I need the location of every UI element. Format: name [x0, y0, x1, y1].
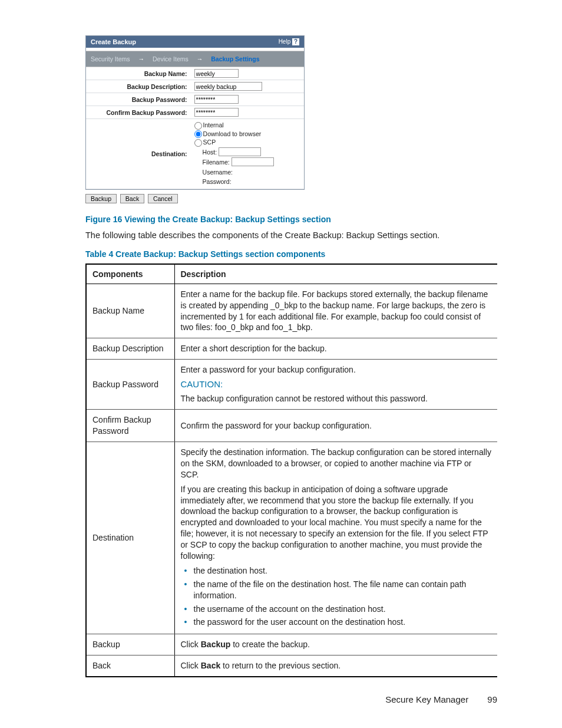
dest-internal-option[interactable]: Internal [194, 121, 300, 130]
page-footer: Secure Key Manager 99 [385, 694, 497, 704]
cell-component: Destination [86, 442, 174, 634]
create-backup-panel: Create Backup Help ? Security Items → De… [85, 35, 305, 190]
button-row: Backup Back Cancel [85, 192, 497, 205]
help-icon: ? [292, 38, 299, 45]
table-row: Backup Name Enter a name for the backup … [86, 284, 497, 338]
wizard-step-backup-settings[interactable]: Backup Settings [211, 55, 259, 62]
table-row: Destination Specify the destination info… [86, 442, 497, 634]
cell-description: Enter a password for your backup configu… [174, 360, 497, 410]
arrow-icon: → [138, 55, 145, 62]
table-row: Backup Description Enter a short descrip… [86, 338, 497, 360]
cell-component: Backup [86, 634, 174, 655]
cell-component: Backup Password [86, 360, 174, 410]
table-row: Back Click Back to return to the previou… [86, 655, 497, 677]
destination-bullets: the destination host. the name of the fi… [181, 564, 492, 629]
cell-description: Confirm the password for your backup con… [174, 410, 497, 442]
wizard-steps: Security Items → Device Items → Backup S… [86, 51, 304, 67]
backup-desc-input[interactable] [194, 82, 262, 91]
list-item: the username of the account on the desti… [181, 602, 492, 616]
cancel-button[interactable]: Cancel [148, 194, 178, 203]
scp-host-input[interactable] [219, 147, 261, 156]
list-item: the password for the user account on the… [181, 615, 492, 629]
figure-caption: Figure 16 Viewing the Create Backup: Bac… [85, 215, 497, 224]
backup-cpw-input[interactable] [194, 108, 239, 117]
caution-label: CAUTION: [181, 375, 492, 393]
cell-component: Backup Description [86, 338, 174, 360]
cell-description: Enter a short description for the backup… [174, 338, 497, 360]
footer-title: Secure Key Manager [385, 694, 468, 704]
backup-name-label: Backup Name: [86, 67, 191, 80]
th-description: Description [174, 264, 497, 284]
table-row: Confirm Backup Password Confirm the pass… [86, 410, 497, 442]
scp-host-label: Host: [203, 149, 217, 156]
back-button[interactable]: Back [120, 194, 144, 203]
th-components: Components [86, 264, 174, 284]
page-number: 99 [487, 694, 497, 704]
backup-pw-input[interactable] [194, 95, 239, 104]
cell-description: Specify the destination information. The… [174, 442, 497, 634]
backup-button[interactable]: Backup [85, 194, 117, 203]
panel-header: Create Backup Help ? [86, 36, 304, 48]
backup-desc-label: Backup Description: [86, 80, 191, 93]
dest-scp-option[interactable]: SCP [194, 138, 300, 147]
wizard-step-security[interactable]: Security Items [91, 55, 130, 62]
table-row: Backup Click Backup to create the backup… [86, 634, 497, 655]
dest-scp-radio[interactable] [194, 139, 202, 147]
scp-password-label: Password: [203, 178, 232, 185]
table-row: Backup Password Enter a password for you… [86, 360, 497, 410]
list-item: the destination host. [181, 564, 492, 578]
cell-description: Click Backup to create the backup. [174, 634, 497, 655]
table-caption: Table 4 Create Backup: Backup Settings s… [85, 249, 497, 259]
destination-label: Destination: [86, 119, 191, 189]
panel-title: Create Backup [91, 38, 136, 45]
scp-filename-label: Filename: [203, 159, 230, 166]
backup-cpw-label: Confirm Backup Password: [86, 106, 191, 119]
components-table: Components Description Backup Name Enter… [85, 263, 497, 677]
scp-username-label: Username: [203, 169, 233, 176]
cell-component: Backup Name [86, 284, 174, 338]
dest-internal-radio[interactable] [194, 122, 202, 130]
dest-download-radio[interactable] [194, 130, 202, 138]
cell-component: Confirm Backup Password [86, 410, 174, 442]
list-item: the name of the file on the destination … [181, 578, 492, 602]
intro-text: The following table describes the compon… [85, 230, 497, 241]
arrow-icon: → [197, 55, 203, 62]
cell-component: Back [86, 655, 174, 677]
backup-name-input[interactable] [194, 69, 239, 78]
scp-filename-input[interactable] [232, 157, 274, 166]
help-link[interactable]: Help ? [279, 38, 299, 45]
wizard-step-device[interactable]: Device Items [153, 55, 189, 62]
cell-description: Enter a name for the backup file. For ba… [174, 284, 497, 338]
backup-form: Backup Name: Backup Description: Backup … [86, 67, 304, 189]
backup-pw-label: Backup Password: [86, 93, 191, 106]
cell-description: Click Back to return to the previous sec… [174, 655, 497, 677]
dest-download-option[interactable]: Download to browser [194, 130, 300, 139]
